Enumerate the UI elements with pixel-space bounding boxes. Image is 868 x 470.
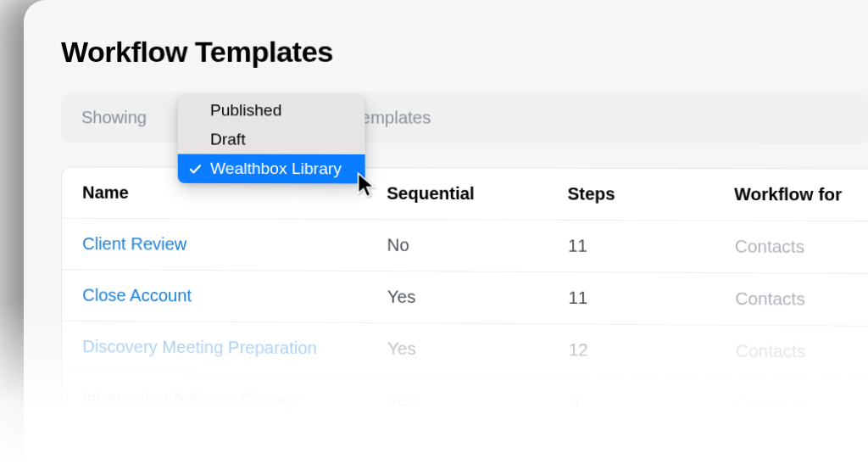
cell-steps: 9 [569,392,736,413]
cell-steps: 12 [569,340,736,361]
cell-sequential: Yes [387,391,569,412]
filter-dropdown[interactable]: Published Draft Wealthbox Library [178,96,365,183]
cell-sequential: Yes [387,339,569,360]
template-link[interactable]: Client Review [82,234,186,254]
col-header-sequential: Sequential [387,184,567,204]
col-header-workflow-for: Workflow for [734,185,868,205]
dropdown-option-label: Published [210,101,281,119]
template-link[interactable]: Discovery Meeting Preparation [82,337,317,357]
templates-table: Name Sequential Steps Workflow for Clien… [61,166,868,433]
cell-steps: 11 [568,288,735,310]
check-icon [188,162,202,176]
window-card: Workflow Templates Showing templates Pub… [24,0,868,470]
template-link[interactable]: Information/Address Change [82,389,301,410]
table-row: Information/Address Change Yes 9 Contact… [62,372,868,432]
filter-bar: Showing templates Published Draft Wealth… [61,92,868,144]
table-row: Client Review No 11 Contacts [62,219,868,275]
col-header-name: Name [82,183,387,204]
cell-workflow-for: Contacts [735,237,868,258]
cell-sequential: No [387,235,569,255]
template-link[interactable]: Close Account [82,285,192,305]
dropdown-option-draft[interactable]: Draft [178,125,365,154]
filter-suffix: templates [356,108,431,127]
filter-prefix: Showing [81,108,147,127]
dropdown-option-label: Draft [210,130,246,148]
dropdown-option-wealthbox-library[interactable]: Wealthbox Library [178,154,365,184]
table-row: Close Account Yes 11 Contacts [62,270,868,327]
page-title: Workflow Templates [61,34,868,69]
col-header-steps: Steps [567,184,734,204]
table-row: Discovery Meeting Preparation Yes 12 Con… [62,322,868,380]
cell-sequential: Yes [387,287,569,308]
cell-steps: 11 [568,236,735,256]
dropdown-option-label: Wealthbox Library [210,159,342,178]
cell-workflow-for: Contacts [735,289,868,311]
cell-workflow-for: Contacts [736,341,868,362]
dropdown-option-published[interactable]: Published [178,96,365,125]
cell-workflow-for: Contacts [737,394,868,416]
